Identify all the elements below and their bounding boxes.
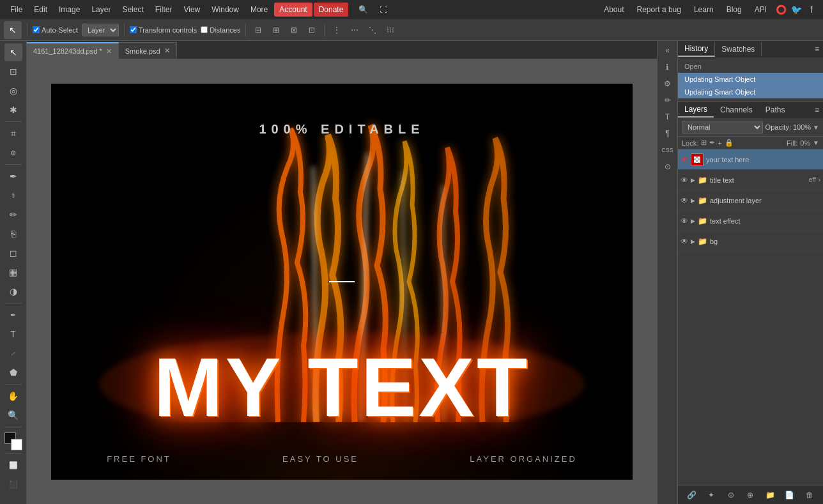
tab-layers[interactable]: Layers <box>678 102 714 118</box>
fullscreen-icon[interactable]: ⛶ <box>374 3 392 17</box>
move-tool[interactable]: ↖ <box>4 21 22 39</box>
heal-tool[interactable]: ⚕ <box>4 187 22 204</box>
layers-panel-menu[interactable]: ≡ <box>811 104 823 116</box>
layer-expand-title-text[interactable]: ▶ <box>691 177 695 183</box>
layer-row-text-effect[interactable]: 👁 ▶ 📁 text effect <box>678 211 823 231</box>
menu-learn[interactable]: Learn <box>689 3 719 17</box>
menu-account[interactable]: Account <box>274 3 312 17</box>
add-effect-btn[interactable]: ✦ <box>705 489 718 501</box>
history-item-update-1[interactable]: Updating Smart Object <box>678 73 823 86</box>
tab-document-1[interactable]: 4161_128243dd.psd * ✕ <box>27 42 119 59</box>
color-swatch[interactable] <box>4 432 22 450</box>
delete-layer-btn[interactable]: 🗑 <box>803 489 816 501</box>
lock-pixels-icon[interactable]: ⊞ <box>701 139 707 147</box>
menu-file[interactable]: File <box>5 3 27 17</box>
menu-blog[interactable]: Blog <box>721 3 747 17</box>
menu-image[interactable]: Image <box>54 3 85 17</box>
menu-report-bug[interactable]: Report a bug <box>632 3 686 17</box>
align-left-icon[interactable]: ⊟ <box>251 23 265 37</box>
history-item-update-2[interactable]: Updating Smart Object <box>678 86 823 98</box>
pen-tool[interactable]: ✒ <box>4 306 22 324</box>
reddit-icon[interactable]: ⭕ <box>774 3 787 16</box>
marquee-tool[interactable]: ⊡ <box>4 63 22 80</box>
distances-checkbox[interactable]: Distances <box>201 26 240 34</box>
background-color[interactable] <box>11 439 22 450</box>
tab-document-2[interactable]: Smoke.psd ✕ <box>119 42 177 59</box>
link-layers-btn[interactable]: 🔗 <box>685 489 698 501</box>
canvas[interactable]: 100% EDITABLE MY TEXT FREE FONT EASY TO … <box>51 84 633 480</box>
crop-tool[interactable]: ⌗ <box>4 125 22 142</box>
twitter-icon[interactable]: 🐦 <box>790 3 803 16</box>
blend-mode-select[interactable]: Normal <box>682 121 763 134</box>
layer-row-title-text[interactable]: 👁 ▶ 📁 title text eff › <box>678 170 823 190</box>
opacity-dropdown[interactable]: ▼ <box>813 124 819 131</box>
fill-dropdown[interactable]: ▼ <box>813 139 819 146</box>
stamp-tool[interactable]: ⎘ <box>4 225 22 243</box>
auto-select-checkbox[interactable]: Auto-Select <box>33 26 78 34</box>
tab-close-2[interactable]: ✕ <box>164 47 170 55</box>
tab-close-1[interactable]: ✕ <box>106 47 112 56</box>
menu-api[interactable]: API <box>750 3 772 17</box>
brush-tool[interactable]: ✏ <box>4 206 22 224</box>
layer-expand-text-effect[interactable]: ▶ <box>691 218 695 224</box>
layer-visibility-adjustment[interactable]: 👁 <box>681 196 688 205</box>
layer-effect-title-text[interactable]: eff <box>809 176 816 183</box>
layer-row-your-text[interactable]: 👁 your text here <box>678 149 823 170</box>
layer-visibility-text-effect[interactable]: 👁 <box>681 217 688 225</box>
layer-visibility-bg[interactable]: 👁 <box>681 237 688 246</box>
menu-window[interactable]: Window <box>206 3 244 17</box>
menu-layer[interactable]: Layer <box>86 3 116 17</box>
layer-expand-bg[interactable]: ▶ <box>691 238 695 245</box>
align-right-icon[interactable]: ⊠ <box>287 23 301 37</box>
lasso-tool[interactable]: ◎ <box>4 82 22 100</box>
tab-paths[interactable]: Paths <box>759 103 792 117</box>
new-layer-btn[interactable]: 📄 <box>783 489 796 501</box>
distribute-icon2[interactable]: ⋱ <box>365 23 380 37</box>
canvas-container[interactable]: 100% EDITABLE MY TEXT FREE FONT EASY TO … <box>27 59 657 504</box>
para-icon[interactable]: ¶ <box>661 126 675 141</box>
search-icon[interactable]: 🔍 <box>353 3 373 17</box>
zoom-tool[interactable]: 🔍 <box>4 406 22 424</box>
menu-about[interactable]: About <box>599 3 629 17</box>
tab-swatches[interactable]: Swatches <box>715 42 762 56</box>
path-select-tool[interactable]: ⟋ <box>4 344 22 362</box>
eyedropper-tool[interactable]: ✒ <box>4 167 22 185</box>
type-tool[interactable]: T <box>4 325 22 343</box>
new-group-btn[interactable]: 📁 <box>764 489 776 501</box>
new-fill-btn[interactable]: ⊕ <box>744 489 757 501</box>
layer-arrow-title-text[interactable]: › <box>819 176 820 183</box>
screen-mode-icon[interactable]: ⬛ <box>4 475 22 493</box>
layer-row-bg[interactable]: 👁 ▶ 📁 bg <box>678 231 823 252</box>
dodge-tool[interactable]: ◑ <box>4 282 22 300</box>
shape-tool[interactable]: ⬟ <box>4 363 22 381</box>
layer-visibility-title-text[interactable]: 👁 <box>681 176 688 185</box>
lock-all-icon[interactable]: 🔒 <box>725 139 734 147</box>
menu-filter[interactable]: Filter <box>150 3 178 17</box>
distribute-h-icon[interactable]: ⋮ <box>330 23 344 37</box>
distribute-icon3[interactable]: ⁝⁝⁝ <box>383 23 397 37</box>
collapse-icon[interactable]: « <box>661 43 675 57</box>
tab-history[interactable]: History <box>678 42 715 57</box>
gradient-tool[interactable]: ▦ <box>4 263 22 281</box>
align-center-icon[interactable]: ⊞ <box>269 23 283 37</box>
add-mask-btn[interactable]: ⊙ <box>725 489 737 501</box>
facebook-icon[interactable]: f <box>805 3 818 16</box>
adjust-icon[interactable]: ⚙ <box>661 77 675 91</box>
lock-position-icon[interactable]: ✒ <box>709 139 715 147</box>
distribute-v-icon[interactable]: ⋯ <box>348 23 362 37</box>
layer-select[interactable]: Layer <box>82 24 119 36</box>
css-icon[interactable]: CSS <box>661 143 675 157</box>
align-top-icon[interactable]: ⊡ <box>305 23 319 37</box>
history-item-open[interactable]: Open <box>678 60 823 73</box>
history-icon[interactable]: ⊙ <box>661 160 675 174</box>
history-panel-menu[interactable]: ≡ <box>811 43 823 55</box>
transform-tool[interactable]: ⊕ <box>4 144 22 162</box>
menu-donate[interactable]: Donate <box>314 3 349 17</box>
type-panel-icon[interactable]: T <box>661 110 675 124</box>
distances-input[interactable] <box>201 26 208 33</box>
menu-more[interactable]: More <box>245 3 273 17</box>
magic-wand-tool[interactable]: ✱ <box>4 101 22 119</box>
eraser-tool[interactable]: ◻ <box>4 244 22 262</box>
info-icon[interactable]: ℹ <box>661 60 675 74</box>
transform-controls-checkbox[interactable]: Transform controls <box>130 26 197 34</box>
